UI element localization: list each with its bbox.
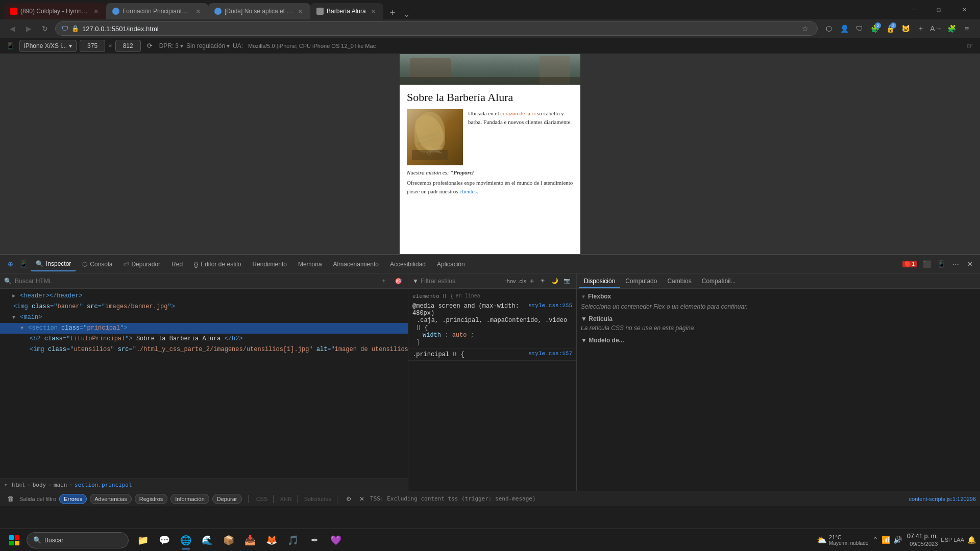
tab-formation[interactable]: Formación Principiante en Prog... ✕: [106, 3, 208, 19]
dt-tab-inspector[interactable]: 🔍 Inspector: [31, 257, 76, 271]
shield-toolbar-icon[interactable]: 🛡: [852, 21, 867, 36]
styles-light-btn[interactable]: ☀: [537, 276, 548, 286]
rotate-icon[interactable]: ⟳: [144, 40, 156, 52]
section-toggle[interactable]: [20, 325, 23, 331]
taskbar-code-editor[interactable]: ✒: [304, 530, 325, 550]
bc-main[interactable]: main: [54, 482, 67, 488]
taskbar-edge[interactable]: 🌊: [197, 530, 217, 550]
dt-tab-console[interactable]: ⬡ Consola: [77, 257, 117, 271]
filter-registros[interactable]: Registros: [135, 494, 167, 504]
devtools-close-btn[interactable]: ✕: [964, 258, 976, 270]
extensions-icon[interactable]: ⬡: [822, 21, 836, 36]
taskbar-file-explorer[interactable]: 📁: [133, 530, 153, 550]
html-search-input[interactable]: [15, 278, 375, 285]
extension1-icon[interactable]: 🧩2: [868, 21, 882, 36]
extension2-icon[interactable]: 🔒2: [883, 21, 897, 36]
html-pick-node-btn[interactable]: 🎯: [393, 276, 404, 287]
filter-advertencias[interactable]: Advertencias: [90, 494, 132, 504]
plus-icon[interactable]: ＋: [914, 21, 928, 36]
styles-filter-input[interactable]: [421, 278, 503, 285]
devtools-dock-btn[interactable]: 📱: [935, 258, 947, 270]
bookmark-icon[interactable]: ☆: [799, 22, 811, 35]
solicitudes-label[interactable]: Solicitudes: [304, 496, 331, 502]
tab-youtube-close[interactable]: ✕: [92, 7, 100, 15]
devtools-more-btn[interactable]: ⋯: [949, 258, 962, 270]
taskbar-music[interactable]: 🎵: [283, 530, 303, 550]
responsive-back-icon[interactable]: 📱: [4, 40, 16, 52]
tab-duda[interactable]: [Duda] No se aplica el media q... ✕: [208, 3, 310, 19]
taskbar-visual-studio[interactable]: 💜: [326, 530, 346, 550]
css-label[interactable]: CSS: [256, 496, 268, 502]
devtools-pick-element[interactable]: ⊕: [4, 258, 16, 270]
extension3-icon[interactable]: 🧩: [944, 21, 959, 36]
console-clear-btn[interactable]: 🗑: [4, 493, 16, 505]
filter-informacion[interactable]: Información: [170, 494, 209, 504]
layout-tab-computed[interactable]: Computado: [620, 275, 662, 288]
devtools-split-btn[interactable]: ⬛: [921, 258, 933, 270]
html-line-img-banner[interactable]: <img class="banner" src="images/banner.j…: [0, 302, 408, 312]
console-source-link[interactable]: content-scripts.js:1:120296: [909, 496, 976, 502]
console-close-btn[interactable]: ✕: [357, 494, 367, 504]
bc-html[interactable]: html: [12, 482, 26, 488]
clientes-link[interactable]: clientes: [459, 188, 477, 194]
width-input[interactable]: [80, 40, 105, 52]
html-line-img-utensilios[interactable]: <img class="utensilios" src="./html_y_cs…: [0, 344, 408, 355]
menu-icon[interactable]: ≡: [960, 21, 974, 36]
bc-section[interactable]: section.principal: [75, 482, 132, 488]
tab-formation-close[interactable]: ✕: [194, 7, 202, 15]
back-button[interactable]: ◀: [6, 22, 18, 35]
dt-tab-performance[interactable]: Rendimiento: [248, 257, 292, 271]
html-add-node-btn[interactable]: ＋: [378, 276, 389, 287]
dt-tab-network[interactable]: Red: [166, 257, 188, 271]
translate-icon[interactable]: A→: [929, 21, 943, 36]
tab-youtube[interactable]: (890) Coldplay - Hymn For The... ✕: [4, 3, 106, 19]
taskbar-teams[interactable]: 💬: [154, 530, 175, 550]
layout-tab-compat[interactable]: Compatibil...: [697, 275, 741, 288]
media-query-source[interactable]: style.css:255: [528, 303, 572, 317]
console-settings-btn[interactable]: ⚙: [344, 494, 354, 504]
refresh-button[interactable]: ↻: [39, 22, 51, 35]
taskbar-firefox[interactable]: 🦊: [261, 530, 282, 550]
regulation-dropdown[interactable]: ▾: [227, 42, 230, 49]
new-tab-button[interactable]: ＋: [385, 5, 400, 19]
styles-dark-btn[interactable]: 🌙: [550, 276, 560, 286]
taskbar-dropbox[interactable]: 📥: [240, 530, 260, 550]
tab-barberia[interactable]: Barbería Alura ✕: [310, 3, 383, 19]
html-line-header[interactable]: <header></header>: [0, 291, 408, 302]
height-input[interactable]: [115, 40, 141, 52]
html-line-section[interactable]: <section class="principal">: [0, 323, 408, 334]
html-line-h2[interactable]: <h2 class="tituloPrincipal"> Sobre la Ba…: [0, 334, 408, 344]
taskbar-amazon[interactable]: 📦: [218, 530, 239, 550]
dt-tab-storage[interactable]: Almacenamiento: [328, 257, 384, 271]
maximize-button[interactable]: □: [927, 2, 950, 18]
device-selector[interactable]: iPhone X/XS i... ▾: [19, 40, 77, 52]
tray-volume[interactable]: 🔊: [893, 536, 902, 544]
main-toggle[interactable]: [12, 315, 15, 320]
taskbar-browser[interactable]: 🌐: [176, 530, 196, 550]
xhr-label[interactable]: XHR: [280, 496, 291, 502]
clock-display[interactable]: 07:41 p. m. 09/05/2023: [907, 533, 938, 548]
cat-icon[interactable]: 🐱: [898, 21, 913, 36]
close-button[interactable]: ✕: [952, 2, 976, 18]
start-button[interactable]: [4, 530, 24, 550]
tray-chevron[interactable]: ⌃: [872, 536, 878, 544]
bc-body[interactable]: body: [33, 482, 46, 488]
dt-tab-style-editor[interactable]: {} Editor de estilo: [189, 257, 246, 271]
styles-add-btn[interactable]: ＋: [528, 277, 535, 286]
tab-barberia-close[interactable]: ✕: [369, 7, 377, 15]
touch-icon[interactable]: ☞: [964, 40, 976, 52]
tray-network[interactable]: 📶: [881, 536, 890, 544]
dt-tab-accessibility[interactable]: Accesibilidad: [385, 257, 431, 271]
dpr-dropdown[interactable]: ▾: [180, 42, 183, 49]
tab-duda-close[interactable]: ✕: [296, 7, 304, 15]
principal-source[interactable]: style.css:157: [528, 350, 572, 358]
dt-tab-debugger[interactable]: ⏎ Depurador: [118, 257, 165, 271]
tray-notification[interactable]: 🔔: [967, 536, 976, 544]
devtools-responsive-icon[interactable]: 📱: [17, 258, 30, 270]
forward-button[interactable]: ▶: [22, 22, 35, 35]
minimize-button[interactable]: ─: [901, 2, 925, 18]
tab-overflow-button[interactable]: ⌄: [402, 9, 412, 19]
profile-icon[interactable]: 👤: [837, 21, 851, 36]
filter-errores[interactable]: Errores: [59, 494, 87, 504]
html-line-main[interactable]: <main>: [0, 312, 408, 323]
